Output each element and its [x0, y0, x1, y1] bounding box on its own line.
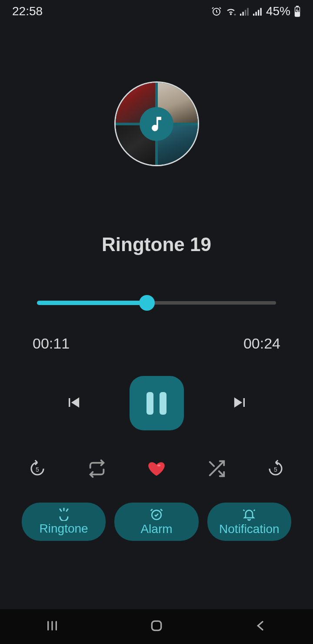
svg-rect-11 [296, 6, 298, 7]
forward-5-button[interactable]: 5 [266, 460, 285, 478]
signal-icon-1 [240, 7, 250, 16]
music-note-icon [140, 107, 173, 141]
svg-rect-4 [245, 10, 246, 16]
home-button[interactable] [150, 619, 163, 634]
previous-button[interactable] [64, 394, 82, 413]
shuffle-button[interactable] [206, 459, 226, 479]
set-notification-button[interactable]: Notification [207, 503, 291, 541]
nav-bar [0, 609, 313, 644]
ringtone-icon [56, 508, 72, 521]
recents-button[interactable] [45, 619, 59, 634]
notification-icon [242, 507, 256, 521]
favorite-button[interactable] [147, 459, 166, 478]
svg-text:5: 5 [36, 466, 39, 473]
alarm-icon [211, 6, 222, 17]
alarm-set-icon [149, 507, 164, 521]
set-ringtone-button[interactable]: Ringtone [22, 503, 106, 541]
set-alarm-button[interactable]: Alarm [114, 503, 198, 541]
repeat-button[interactable] [87, 459, 107, 479]
svg-point-14 [157, 464, 160, 466]
back-button[interactable] [254, 619, 268, 634]
track-title: Ringtone 19 [0, 234, 313, 255]
album-art [114, 81, 199, 166]
pause-button[interactable] [130, 376, 184, 430]
svg-rect-6 [253, 14, 254, 16]
seek-slider[interactable] [37, 297, 276, 309]
alarm-label: Alarm [140, 522, 172, 536]
svg-rect-17 [152, 621, 161, 630]
status-right: + 45% [211, 4, 301, 18]
ringtone-label: Ringtone [40, 522, 88, 536]
svg-rect-5 [247, 8, 248, 16]
svg-rect-3 [242, 12, 243, 16]
status-time: 22:58 [12, 4, 43, 18]
time-elapsed: 00:11 [33, 335, 70, 352]
svg-rect-8 [258, 10, 259, 16]
battery-text: 45% [266, 4, 290, 18]
status-bar: 22:58 + 45% [0, 0, 313, 23]
rewind-5-button[interactable]: 5 [28, 460, 47, 478]
battery-icon [294, 6, 301, 17]
svg-text:+: + [233, 12, 236, 16]
svg-rect-2 [240, 14, 241, 16]
wifi-icon: + [225, 7, 236, 16]
svg-rect-9 [260, 8, 261, 16]
notification-label: Notification [219, 522, 280, 536]
signal-icon-2 [253, 7, 263, 16]
time-duration: 00:24 [243, 335, 280, 352]
svg-text:5: 5 [274, 466, 277, 473]
next-button[interactable] [232, 394, 249, 413]
svg-rect-7 [255, 12, 256, 16]
